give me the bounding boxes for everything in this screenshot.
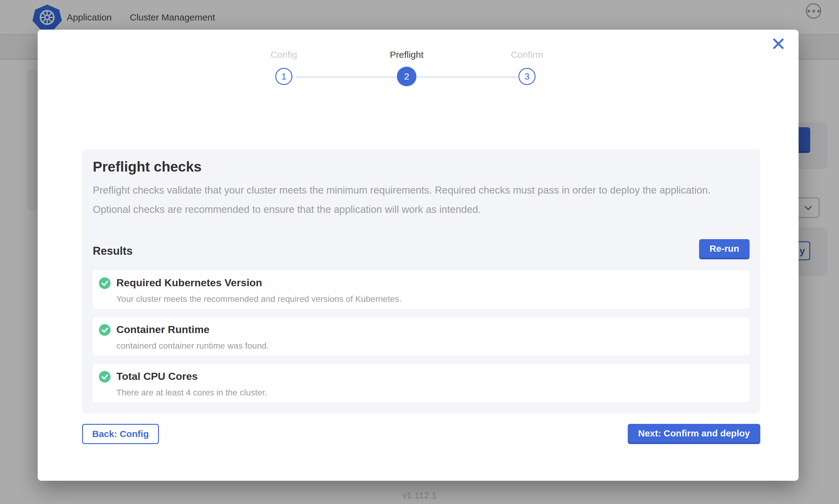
step-config[interactable]: Config 1 bbox=[232, 50, 336, 85]
back-button[interactable]: Back: Config bbox=[82, 424, 159, 444]
step-label: Confirm bbox=[475, 50, 579, 60]
close-icon[interactable] bbox=[771, 36, 786, 51]
step-number: 3 bbox=[518, 68, 535, 85]
panel-title: Preflight checks bbox=[93, 158, 750, 175]
rerun-button[interactable]: Re-run bbox=[699, 239, 750, 259]
check-title: Container Runtime bbox=[116, 324, 269, 336]
check-card: Required Kubernetes Version Your cluster… bbox=[93, 270, 750, 309]
check-list: Required Kubernetes Version Your cluster… bbox=[93, 270, 750, 402]
check-pass-icon bbox=[99, 277, 110, 289]
check-title: Total CPU Cores bbox=[116, 370, 267, 382]
stepper-connector bbox=[295, 76, 396, 78]
check-title: Required Kubernetes Version bbox=[116, 277, 401, 289]
results-heading: Results bbox=[93, 245, 133, 257]
step-confirm[interactable]: Confirm 3 bbox=[475, 50, 579, 85]
check-description: Your cluster meets the recommended and r… bbox=[116, 294, 401, 304]
stepper-connector bbox=[417, 76, 517, 78]
panel-description: Preflight checks validate that your clus… bbox=[93, 180, 750, 219]
step-number: 1 bbox=[275, 68, 292, 85]
check-description: containerd container runtime was found. bbox=[116, 341, 269, 351]
step-label: Preflight bbox=[355, 50, 459, 60]
check-pass-icon bbox=[99, 324, 110, 336]
step-preflight[interactable]: Preflight 2 bbox=[355, 50, 459, 86]
check-description: There are at least 4 cores in the cluste… bbox=[116, 388, 267, 398]
preflight-modal: Config 1 Preflight 2 Confirm 3 Preflight… bbox=[38, 30, 799, 481]
step-number: 2 bbox=[397, 67, 416, 86]
next-button[interactable]: Next: Confirm and deploy bbox=[628, 424, 760, 444]
check-pass-icon bbox=[99, 371, 110, 383]
preflight-panel: Preflight checks Preflight checks valida… bbox=[82, 149, 760, 413]
check-card: Container Runtime containerd container r… bbox=[93, 317, 750, 355]
check-card: Total CPU Cores There are at least 4 cor… bbox=[93, 364, 750, 402]
step-label: Config bbox=[232, 50, 336, 60]
